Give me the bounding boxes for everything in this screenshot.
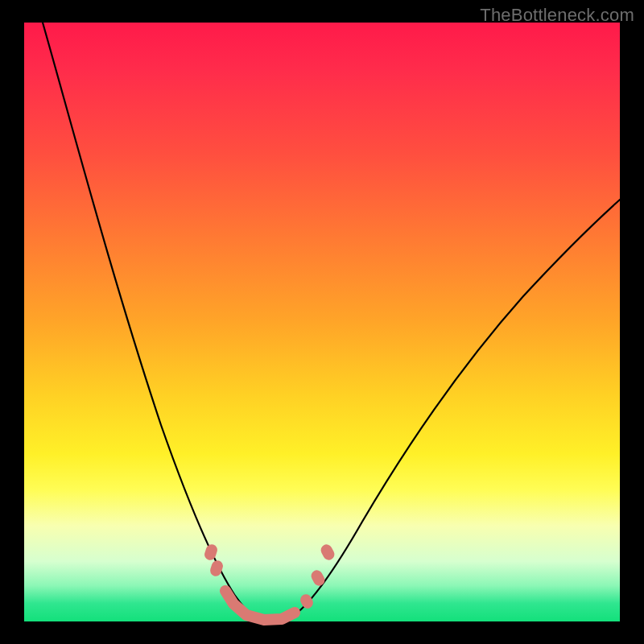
curve-layer bbox=[24, 23, 620, 621]
curve-right-branch bbox=[290, 200, 620, 618]
marker-dot bbox=[203, 543, 218, 561]
marker-dot bbox=[319, 543, 336, 562]
curve-left-branch bbox=[43, 23, 254, 618]
marker-dot bbox=[309, 568, 327, 588]
plot-area bbox=[24, 23, 620, 621]
marker-dot bbox=[299, 592, 316, 610]
chart-frame: TheBottleneck.com bbox=[0, 0, 644, 644]
